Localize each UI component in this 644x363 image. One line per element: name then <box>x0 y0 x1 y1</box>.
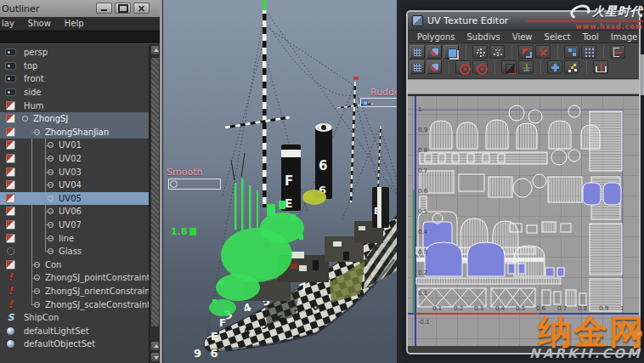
outliner-item-zhongsj[interactable]: ZhongSJ <box>0 112 149 126</box>
rotate-uvs-ccw-icon[interactable] <box>455 60 471 74</box>
close-icon[interactable] <box>133 3 150 14</box>
outliner-item-defaultlightset[interactable]: defaultLightSet <box>0 324 149 337</box>
flip-uvs-icon[interactable] <box>518 45 534 59</box>
outliner-item-top[interactable]: top <box>0 60 149 73</box>
annotation-rudder-box[interactable] <box>360 98 397 107</box>
u-tick: 0.6 <box>536 305 545 312</box>
pinch-uv-icon[interactable] <box>489 45 505 59</box>
grab-uv-icon[interactable] <box>472 45 488 59</box>
uv-texture-editor-window: UV Texture Editor Polygons Subdivs View … <box>406 10 641 354</box>
outliner-item-uv02[interactable]: UV02 <box>0 152 149 166</box>
outliner-scrollbar[interactable] <box>149 44 160 363</box>
svg-text:9 6: 9 6 <box>194 347 221 360</box>
menu-view[interactable]: View <box>506 32 539 42</box>
camera-icon <box>5 60 16 71</box>
expander-circle[interactable] <box>34 129 40 135</box>
outliner-item-zhongshanjian[interactable]: ZhongShanJian <box>0 126 149 139</box>
expander-circle[interactable] <box>48 208 54 214</box>
outliner-item-front[interactable]: front <box>0 72 149 86</box>
maximize-icon[interactable] <box>115 3 131 14</box>
outliner-item-hum[interactable]: Hum <box>0 99 149 112</box>
u-tick: 0.4 <box>495 305 505 312</box>
expander-circle[interactable] <box>48 248 54 254</box>
outliner-item-uv07[interactable]: UV07 <box>0 218 149 232</box>
outliner-item-con[interactable]: Con <box>0 258 149 272</box>
uv-lattice-frame-icon[interactable] <box>410 60 425 74</box>
outliner-item-uv06[interactable]: UV06 <box>0 205 149 218</box>
expander-circle[interactable] <box>48 235 54 241</box>
svg-text:E: E <box>374 206 381 217</box>
uv-coordinate-bar[interactable] <box>408 79 639 94</box>
menu-tool[interactable]: Tool <box>576 32 604 42</box>
expander-circle[interactable] <box>34 275 40 281</box>
outliner-item-uv05[interactable]: UV05 <box>0 192 149 206</box>
transform-icon <box>5 139 16 150</box>
scroll-up-icon[interactable] <box>150 45 160 55</box>
expander-circle[interactable] <box>34 302 40 308</box>
sew-uv-edges-icon[interactable] <box>535 45 551 59</box>
expander-circle[interactable] <box>48 196 54 201</box>
uv-lattice-tool-icon[interactable] <box>410 45 425 59</box>
outliner-item-defaultobjectset[interactable]: defaultObjectSet <box>0 337 149 351</box>
transform-icon <box>5 167 16 178</box>
minimize-icon[interactable] <box>96 3 112 14</box>
layout-uvs-icon[interactable] <box>564 45 579 59</box>
mesh-icon <box>5 246 16 257</box>
outliner-item-side[interactable]: side <box>0 86 149 99</box>
outliner-item-pointconstraint[interactable]: ZhongSJ_pointConstraint1 <box>0 271 149 285</box>
menu-show[interactable]: Show <box>21 19 58 28</box>
outliner-item-scaleconstraint[interactable]: ZhongSJ_scaleConstraint1 <box>0 298 149 311</box>
menu-select[interactable]: Select <box>539 32 577 42</box>
annotation-smooth-box[interactable] <box>168 179 221 190</box>
menu-subdivs[interactable]: Subdivs <box>461 32 506 42</box>
move-uv-axis-icon[interactable] <box>518 60 534 74</box>
uv-canvas[interactable]: 1 0.9 0.8 0.7 0.6 0.5 0.4 0.3 0.2 0.1 0.… <box>408 94 639 346</box>
mast-tip <box>263 0 267 10</box>
u-tick: 0.2 <box>454 305 463 312</box>
outliner-item-persp[interactable]: persp <box>0 46 149 60</box>
relax-uvs-icon[interactable] <box>564 60 579 74</box>
expander-circle[interactable] <box>34 262 40 268</box>
annotation-handle[interactable] <box>363 100 368 105</box>
menu-help[interactable]: Help <box>58 19 91 28</box>
expander-circle[interactable] <box>48 182 54 188</box>
expander-circle[interactable] <box>48 169 54 175</box>
annotation-handle[interactable] <box>170 180 178 188</box>
menu-polygons[interactable]: Polygons <box>411 32 461 42</box>
narkii-ring-icon <box>633 329 642 338</box>
expander-circle[interactable] <box>48 156 54 162</box>
outliner-item-uv01[interactable]: UV01 <box>0 139 149 152</box>
perspective-viewport[interactable]: 3 4 5 6 7 4 5 6 7 0 E F 9 6 <box>162 0 397 363</box>
outliner-item-line[interactable]: line <box>0 231 149 245</box>
menu-display-partial[interactable]: lay <box>0 19 21 28</box>
outliner-item-shipcon[interactable]: ShipCon <box>0 311 149 325</box>
move-uv-shell-tool-icon[interactable] <box>443 45 459 59</box>
transform-icon <box>5 153 16 164</box>
outliner-title: Outliner <box>2 3 39 14</box>
u-tick: 0.7 <box>557 305 567 312</box>
snap-uvs-icon[interactable] <box>581 45 596 59</box>
uv-smudge-tool-icon[interactable] <box>427 45 442 59</box>
align-uvs-u-icon[interactable] <box>610 45 625 59</box>
expander-circle[interactable] <box>22 116 28 122</box>
align-uvs-v-icon[interactable] <box>593 60 608 74</box>
outliner-titlebar[interactable]: Outliner <box>0 0 160 17</box>
scroll-up-icon[interactable] <box>150 341 160 351</box>
expander-circle[interactable] <box>48 142 54 148</box>
cut-uv-edges-icon[interactable] <box>501 60 517 74</box>
outliner-item-uv04[interactable]: UV04 <box>0 179 149 192</box>
outliner-item-uv03[interactable]: UV03 <box>0 165 149 179</box>
expander-circle[interactable] <box>34 288 40 294</box>
toolbar-divider <box>489 60 495 74</box>
outliner-item-glass[interactable]: Glass <box>0 245 149 258</box>
outliner-item-orientconstraint[interactable]: ZhongSJ_orientConstraint1 <box>0 285 149 298</box>
unfold-uvs-icon[interactable] <box>547 60 562 74</box>
tweak-uv-tool-icon[interactable] <box>427 60 442 74</box>
outliner-filter-field[interactable] <box>0 31 160 44</box>
rotate-uvs-cw-icon[interactable] <box>472 60 488 74</box>
watermark-narkii: 纳金网 NARKII.COM <box>529 317 642 361</box>
scroll-down-icon[interactable] <box>150 352 160 362</box>
menu-image[interactable]: Image <box>605 32 641 42</box>
scrollbar-thumb[interactable] <box>150 57 160 327</box>
expander-circle[interactable] <box>48 222 54 228</box>
